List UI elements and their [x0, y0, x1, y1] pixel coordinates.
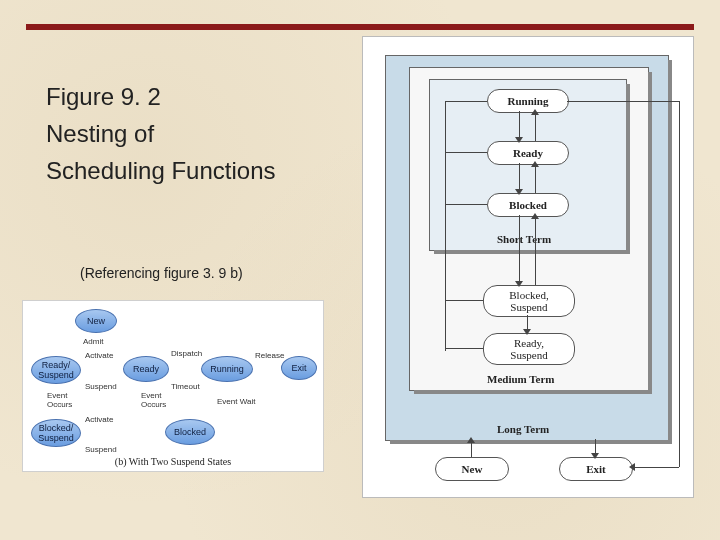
arrow [567, 101, 679, 102]
state-running: Running [487, 89, 569, 113]
label-admit: Admit [83, 337, 103, 346]
arrowhead-icon [629, 463, 635, 471]
state-ready: Ready [487, 141, 569, 165]
arrow [535, 215, 536, 285]
title-line-3: Scheduling Functions [46, 152, 275, 189]
label-suspend-2: Suspend [85, 445, 117, 454]
state-new: New [435, 457, 509, 481]
arrow [445, 348, 483, 349]
arrowhead-icon [467, 437, 475, 443]
label-short-term: Short Term [497, 233, 551, 245]
arrowhead-icon [531, 213, 539, 219]
arrow [535, 111, 536, 141]
figure-9-2-nesting: Long Term Medium Term Short Term Running… [362, 36, 694, 498]
arrowhead-icon [515, 137, 523, 143]
state-blocked: Blocked [165, 419, 215, 445]
label-dispatch: Dispatch [171, 349, 202, 358]
arrowhead-icon [515, 281, 523, 287]
state-new: New [75, 309, 117, 333]
arrow [445, 300, 483, 301]
label-timeout: Timeout [171, 382, 200, 391]
state-blocked-suspend: Blocked, Suspend [483, 285, 575, 317]
arrow [679, 101, 680, 467]
title-line-1: Figure 9. 2 [46, 78, 275, 115]
state-blocked: Blocked [487, 193, 569, 217]
state-ready-suspend: Ready, Suspend [483, 333, 575, 365]
label-activate-2: Activate [85, 415, 113, 424]
label-medium-term: Medium Term [487, 373, 555, 385]
state-exit: Exit [559, 457, 633, 481]
subfigure-caption: (b) With Two Suspend States [23, 456, 323, 467]
state-running: Running [201, 356, 253, 382]
arrow [445, 101, 487, 102]
arrow [519, 215, 520, 285]
label-long-term: Long Term [497, 423, 549, 435]
arrowhead-icon [531, 109, 539, 115]
state-blocked-suspend: Blocked/ Suspend [31, 419, 81, 447]
arrowhead-icon [591, 453, 599, 459]
arrowhead-icon [531, 161, 539, 167]
reference-figure-3-9b: New Ready Running Exit Ready/ Suspend Bl… [22, 300, 324, 472]
arrow [445, 101, 446, 351]
state-exit: Exit [281, 356, 317, 380]
arrow [445, 152, 487, 153]
slide-title: Figure 9. 2 Nesting of Scheduling Functi… [46, 78, 275, 190]
arrow [631, 467, 679, 468]
arrowhead-icon [523, 329, 531, 335]
state-ready-suspend: Ready/ Suspend [31, 356, 81, 384]
arrow [445, 204, 487, 205]
label-activate-1: Activate [85, 351, 113, 360]
label-suspend-1: Suspend [85, 382, 117, 391]
state-ready: Ready [123, 356, 169, 382]
label-event-occurs-2: Event Occurs [47, 391, 72, 409]
label-release: Release [255, 351, 284, 360]
arrowhead-icon [515, 189, 523, 195]
reference-note: (Referencing figure 3. 9 b) [80, 265, 243, 281]
accent-bar [26, 24, 694, 30]
title-line-2: Nesting of [46, 115, 275, 152]
label-event-wait: Event Wait [217, 397, 255, 406]
label-event-occurs-1: Event Occurs [141, 391, 166, 409]
arrow [535, 163, 536, 193]
